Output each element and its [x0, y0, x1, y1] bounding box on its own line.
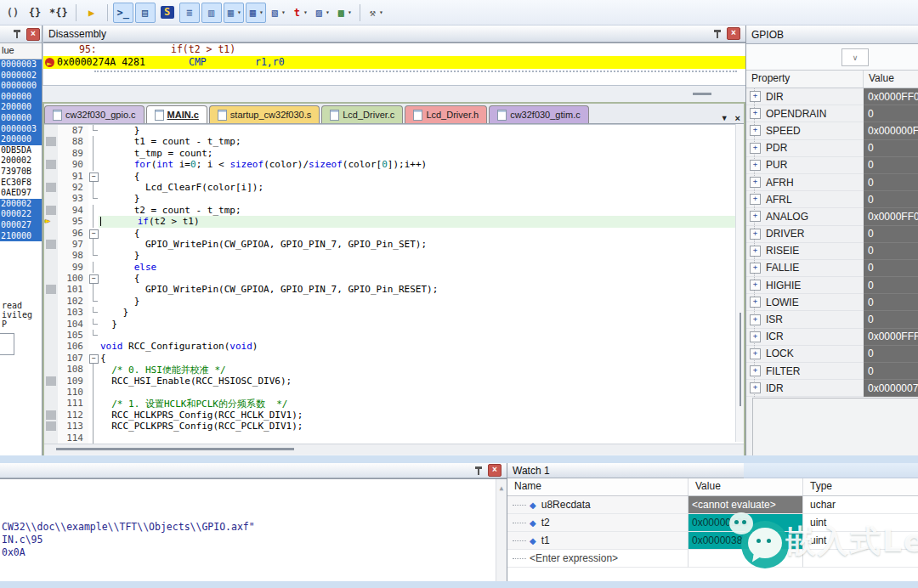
expand-icon[interactable]: + [750, 194, 761, 205]
expand-icon[interactable]: + [750, 246, 761, 257]
tab-list-dropdown-icon[interactable]: ▼ [721, 114, 728, 122]
expand-icon[interactable]: + [750, 211, 761, 222]
fold-column[interactable] [88, 216, 99, 227]
register-value-row[interactable]: 0DB5DA [0, 145, 42, 156]
register-value-row[interactable]: 200002 [0, 199, 42, 210]
gpiob-row-afrl[interactable]: +AFRL0 [746, 191, 918, 208]
code-line[interactable]: ►95 if(t2 > t1) [44, 216, 744, 227]
editor-gutter[interactable] [44, 148, 58, 159]
code-line[interactable]: 107−{ [44, 353, 744, 364]
watch-name-cell[interactable]: ◆u8Recdata [507, 496, 688, 514]
editor-gutter[interactable] [44, 273, 58, 284]
scrollbar-thumb[interactable] [56, 448, 294, 450]
fold-column[interactable] [88, 125, 99, 136]
editor-gutter[interactable] [44, 433, 58, 444]
line-number[interactable]: 107 [58, 353, 88, 364]
register-value-row[interactable]: 0000003 [0, 59, 42, 71]
expand-icon[interactable]: + [750, 280, 761, 291]
line-number[interactable]: 108 [58, 364, 88, 375]
editor-gutter[interactable] [44, 159, 58, 170]
expand-icon[interactable]: + [750, 91, 761, 102]
fold-column[interactable] [88, 159, 99, 170]
code-line[interactable]: 114 [44, 433, 744, 444]
code-line[interactable]: 94 t2 = count - t_tmp; [44, 205, 744, 216]
code-line[interactable]: 96− { [44, 228, 744, 239]
editor-vertical-scrollbar[interactable] [735, 124, 744, 442]
editor-gutter[interactable] [44, 296, 58, 307]
code-line[interactable]: 105 [44, 330, 744, 341]
code-text[interactable]: { [99, 353, 744, 364]
step-out-icon[interactable]: {} [25, 3, 45, 23]
fold-column[interactable] [88, 307, 99, 318]
gpiob-value-cell[interactable]: 0x0000FF0F [864, 88, 918, 105]
line-number[interactable]: 99 [58, 262, 88, 273]
editor-gutter[interactable] [44, 307, 58, 318]
code-text[interactable]: t_tmp = count; [99, 148, 744, 159]
expand-icon[interactable]: + [750, 382, 761, 393]
gpiob-value-cell[interactable]: 0x00000070 [864, 380, 918, 397]
code-text[interactable]: } [99, 319, 744, 330]
step-over-icon[interactable]: () [3, 3, 23, 23]
line-number[interactable]: 89 [58, 148, 88, 159]
gpiob-value-cell[interactable]: 0 [864, 260, 918, 277]
command-output[interactable]: ▲ CW32\\doc\\example\\TFT\\Objects\\GPIO… [0, 478, 507, 585]
editor-tab-cw32f030-gtim-c[interactable]: cw32f030_gtim.c [489, 105, 589, 123]
register-value-row[interactable]: 0AED97 [0, 188, 42, 199]
editor-tab-lcd-driver-c[interactable]: Lcd_Driver.c [321, 105, 403, 123]
gpiob-row-riseie[interactable]: +RISEIE0 [746, 243, 918, 260]
fold-column[interactable] [88, 148, 99, 159]
editor-gutter[interactable] [44, 250, 58, 261]
code-text[interactable]: t2 = count - t_tmp; [99, 205, 744, 216]
code-text[interactable] [99, 433, 744, 444]
register-value-row[interactable]: 0000000 [0, 81, 42, 92]
expand-icon[interactable]: + [750, 365, 761, 376]
show-next-statement-icon[interactable]: ▶ [82, 3, 102, 23]
code-text[interactable]: GPIO_WritePin(CW_GPIOA, GPIO_PIN_7, GPIO… [99, 239, 744, 250]
line-number[interactable]: 101 [58, 284, 88, 295]
code-line[interactable]: 111 /* 1. 设置HCLK和PCLK的分频系数 */ [44, 398, 744, 409]
line-number[interactable]: 87 [58, 125, 88, 136]
fold-column[interactable]: − [88, 228, 99, 239]
editor-code-area[interactable]: 87 }88 t1 = count - t_tmp;89 t_tmp = cou… [44, 124, 744, 444]
code-text[interactable]: } [99, 296, 744, 307]
editor-gutter[interactable] [44, 284, 58, 295]
fold-column[interactable] [88, 319, 99, 330]
fold-collapse-icon[interactable]: − [89, 229, 99, 239]
code-text[interactable]: RCC_PCLKPRS_Config(RCC_PCLK_DIV1); [99, 421, 744, 432]
gpiob-row-driver[interactable]: +DRIVER0 [746, 226, 918, 243]
editor-gutter[interactable]: ► [44, 216, 58, 227]
editor-gutter[interactable] [44, 410, 58, 421]
code-line[interactable]: 108 /* 0. HSI使能并校准 */ [44, 364, 744, 375]
code-line[interactable]: 106void RCC_Configuration(void) [44, 341, 744, 352]
fold-column[interactable]: − [88, 353, 99, 364]
horizontal-splitter[interactable] [0, 455, 918, 463]
watch-name-cell[interactable]: ◆t1 [507, 532, 688, 550]
editor-tab-cw32f030-gpio-c[interactable]: cw32f030_gpio.c [44, 105, 144, 123]
editor-gutter[interactable] [44, 125, 58, 136]
code-text[interactable]: } [99, 125, 744, 136]
code-line[interactable]: 112 RCC_HCLKPRS_Config(RCC_HCLK_DIV1); [44, 410, 744, 421]
editor-gutter[interactable] [44, 171, 58, 182]
code-line[interactable]: 110 [44, 387, 744, 398]
editor-gutter[interactable] [44, 205, 58, 216]
fold-column[interactable] [88, 239, 99, 250]
fold-column[interactable] [88, 398, 99, 409]
fold-column[interactable] [88, 410, 99, 421]
line-number[interactable]: 95 [58, 216, 88, 227]
line-number[interactable]: 106 [58, 341, 88, 352]
line-number[interactable]: 91 [58, 171, 88, 182]
gpiob-value-cell[interactable]: 0 [864, 363, 918, 380]
expand-icon[interactable]: + [750, 143, 761, 154]
code-line[interactable]: 99 else [44, 262, 744, 273]
code-text[interactable]: GPIO_WritePin(CW_GPIOA, GPIO_PIN_7, GPIO… [99, 284, 744, 295]
register-value-row[interactable]: 200000 [0, 134, 42, 145]
command-scrollbar[interactable]: ▲ [496, 479, 507, 585]
line-number[interactable]: 104 [58, 319, 88, 330]
fold-column[interactable] [88, 193, 99, 204]
gpiob-value-cell[interactable]: 0 [864, 105, 918, 122]
gpiob-value-cell[interactable]: 0 [864, 277, 918, 294]
expand-icon[interactable]: + [750, 160, 761, 171]
scrollbar-thumb[interactable] [740, 313, 741, 406]
watch-row[interactable]: ◆t20x00000295uint [507, 514, 918, 532]
expand-icon[interactable]: + [750, 177, 761, 188]
